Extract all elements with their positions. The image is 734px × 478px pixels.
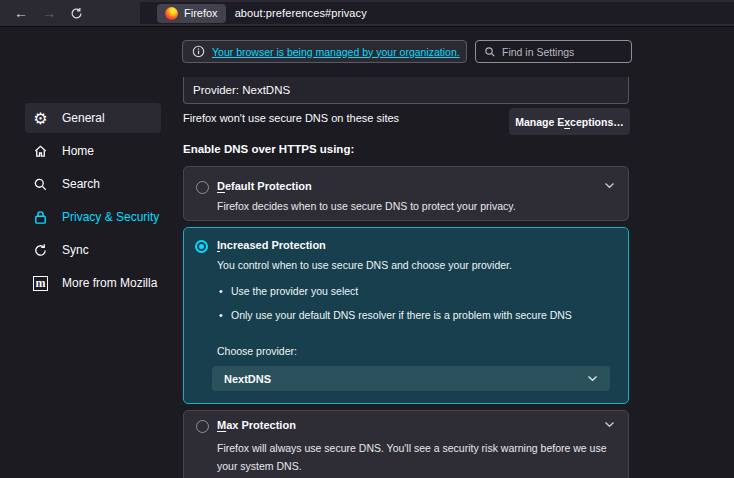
sidebar-item-label: Search: [62, 177, 100, 191]
option-title[interactable]: Default Protection: [217, 180, 312, 192]
option-description: Firefox decides when to use secure DNS t…: [217, 200, 516, 212]
gear-icon: ⚙: [32, 110, 49, 127]
sync-icon: [32, 242, 49, 259]
sidebar-item-label: Sync: [62, 243, 89, 257]
sidebar-item-more-from-mozilla[interactable]: m More from Mozilla: [25, 268, 161, 298]
option-bullet: Use the provider you select: [231, 285, 358, 297]
settings-sidebar: ⚙ General Home Search Privacy & Security: [0, 27, 176, 478]
managed-browser-banner[interactable]: Your browser is being managed by your or…: [182, 40, 467, 63]
settings-search: [475, 40, 632, 63]
choose-provider-label: Choose provider:: [217, 345, 297, 357]
sidebar-item-label: General: [62, 111, 105, 125]
mozilla-m-icon: m: [32, 275, 49, 292]
provider-dropdown-value: NextDNS: [224, 373, 587, 385]
reload-icon[interactable]: [70, 7, 83, 20]
option-bullet: Only use your default DNS resolver if th…: [231, 309, 572, 321]
chevron-down-icon: [587, 375, 598, 382]
search-input[interactable]: [502, 46, 623, 58]
dns-provider-status: Provider: NextDNS: [183, 77, 629, 104]
info-icon: [192, 45, 205, 58]
dns-over-https-heading: Enable DNS over HTTPS using:: [183, 143, 354, 155]
search-icon: [484, 46, 496, 58]
home-icon: [32, 143, 49, 160]
secure-dns-exceptions-note: Firefox won't use secure DNS on these si…: [183, 112, 399, 124]
option-description: Firefox will always use secure DNS. You'…: [217, 439, 609, 476]
lock-icon: [32, 209, 49, 226]
provider-status-text: Provider: NextDNS: [193, 84, 290, 96]
sidebar-item-sync[interactable]: Sync: [25, 235, 161, 265]
option-title[interactable]: Max Protection: [217, 419, 296, 431]
option-max-protection[interactable]: Max Protection Firefox will always use s…: [183, 410, 629, 478]
sidebar-item-search[interactable]: Search: [25, 169, 161, 199]
firefox-window: ← → Firefox about:preferences#privacy ⚙ …: [0, 0, 734, 478]
option-title[interactable]: Increased Protection: [217, 239, 326, 251]
sidebar-item-home[interactable]: Home: [25, 136, 161, 166]
sidebar-item-general[interactable]: ⚙ General: [25, 103, 161, 133]
preferences-content: Your browser is being managed by your or…: [182, 0, 632, 478]
firefox-logo-icon: [165, 7, 178, 20]
magnifier-icon: [32, 176, 49, 193]
max-protection-radio[interactable]: [196, 420, 209, 433]
option-default-protection[interactable]: Default Protection Firefox decides when …: [183, 166, 629, 221]
managed-browser-link[interactable]: Your browser is being managed by your or…: [212, 46, 460, 58]
default-protection-radio[interactable]: [196, 181, 209, 194]
manage-exceptions-button[interactable]: Manage Exceptions…: [509, 108, 630, 135]
chevron-down-icon[interactable]: [604, 182, 615, 189]
increased-protection-radio[interactable]: [195, 240, 208, 253]
sidebar-item-label: Privacy & Security: [62, 210, 159, 224]
sidebar-item-label: Home: [62, 144, 94, 158]
option-increased-protection[interactable]: Increased Protection You control when to…: [183, 227, 629, 404]
option-description: You control when to use secure DNS and c…: [217, 259, 512, 271]
forward-icon[interactable]: →: [42, 6, 56, 20]
sidebar-item-privacy-security[interactable]: Privacy & Security: [25, 202, 161, 232]
chevron-down-icon[interactable]: [604, 421, 615, 428]
sidebar-item-label: More from Mozilla: [62, 276, 157, 290]
back-icon[interactable]: ←: [14, 6, 28, 20]
provider-dropdown[interactable]: NextDNS: [212, 366, 610, 391]
